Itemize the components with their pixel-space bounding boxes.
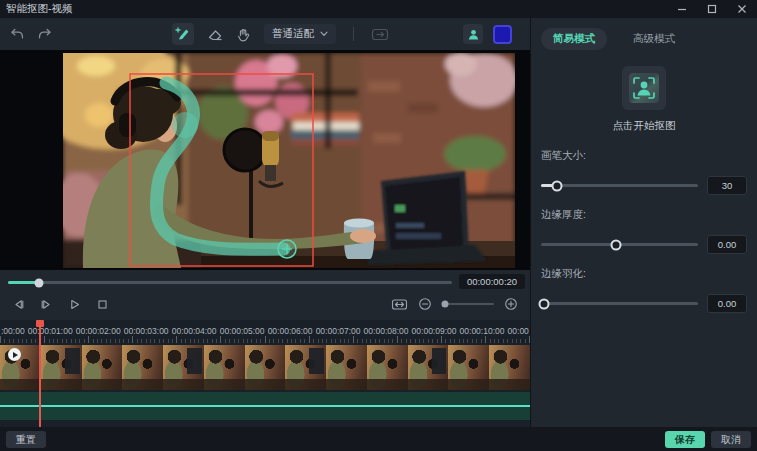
edge-feather-label: 边缘羽化: (541, 267, 747, 281)
window-title: 智能抠图-视频 (6, 2, 73, 16)
timecode-display: 00:00:00:20 (459, 274, 525, 289)
start-cutout-section: 点击开始抠图 (531, 66, 757, 133)
start-cutout-label: 点击开始抠图 (613, 119, 676, 133)
editor-column: 普通适配 (0, 18, 530, 427)
ruler-ticks (0, 336, 530, 343)
selection-mode-dropdown[interactable]: 普通适配 (264, 24, 336, 44)
ruler-label: 00:00:04:00 (172, 326, 217, 336)
edge-feather-value[interactable]: 0.00 (707, 294, 747, 313)
video-thumbnail (122, 345, 163, 390)
ruler-label: 00:00:08:00 (364, 326, 409, 336)
tab-advanced-mode[interactable]: 高级模式 (621, 28, 687, 50)
video-preview[interactable] (63, 53, 515, 268)
undo-icon[interactable] (10, 28, 24, 40)
timeline: :00:00 00:00:01:00 00:00:02:00 00:00:03:… (0, 320, 530, 427)
mask-color-swatch[interactable] (493, 25, 512, 44)
toolbar-divider (353, 27, 354, 41)
fit-timeline-icon[interactable] (391, 298, 408, 311)
zoom-in-icon[interactable] (504, 297, 518, 311)
previous-frame-icon[interactable] (12, 298, 25, 311)
timeline-playhead[interactable] (39, 320, 41, 427)
save-button[interactable]: 保存 (665, 431, 705, 448)
timeline-ruler[interactable]: :00:00 00:00:01:00 00:00:02:00 00:00:03:… (0, 320, 530, 336)
ruler-label: 00:00:03:00 (124, 326, 169, 336)
edge-thickness-slider[interactable] (541, 243, 698, 246)
brush-size-handle[interactable] (551, 180, 562, 191)
window-controls (667, 0, 757, 18)
edge-thickness-handle[interactable] (611, 239, 622, 250)
brush-size-label: 画笔大小: (541, 149, 747, 163)
video-thumbnail (41, 345, 82, 390)
transport-controls (0, 293, 530, 320)
toolbar: 普通适配 (0, 18, 530, 50)
edge-thickness-label: 边缘厚度: (541, 208, 747, 222)
start-cutout-button[interactable] (622, 66, 666, 110)
video-thumbnail (245, 345, 286, 390)
ruler-label: 00:00:01:00 (28, 326, 73, 336)
brush-size-value[interactable]: 30 (707, 176, 747, 195)
portrait-cutout-icon (629, 73, 659, 103)
smart-cutout-window: 智能抠图-视频 普通适配 (0, 0, 757, 451)
redo-icon[interactable] (38, 28, 52, 40)
stop-icon[interactable] (96, 298, 109, 311)
video-thumbnail (448, 345, 489, 390)
timeline-zoom-handle[interactable] (442, 301, 449, 308)
chevron-down-icon (320, 31, 328, 37)
eraser-tool-icon[interactable] (207, 27, 223, 42)
smart-brush-tool-active[interactable] (172, 23, 194, 45)
minimize-icon[interactable] (667, 0, 697, 18)
video-preview-stage (0, 50, 530, 270)
edge-feather-handle[interactable] (539, 298, 550, 309)
titlebar: 智能抠图-视频 (0, 0, 757, 18)
footer-bar: 重置 保存 取消 (0, 427, 757, 451)
close-icon[interactable] (727, 0, 757, 18)
edge-feather-slider[interactable] (541, 302, 698, 305)
video-thumbnail (489, 345, 530, 390)
video-thumbnail (285, 345, 326, 390)
portrait-icon[interactable] (463, 24, 483, 44)
tab-simple-mode[interactable]: 简易模式 (541, 28, 607, 50)
next-frame-icon[interactable] (40, 298, 53, 311)
video-thumbnail (408, 345, 449, 390)
seek-row: 00:00:00:20 (0, 270, 530, 293)
seek-bar[interactable] (8, 281, 452, 284)
brush-size-slider[interactable] (541, 184, 698, 187)
play-icon[interactable] (68, 298, 81, 311)
video-thumbnail (163, 345, 204, 390)
ruler-label: 00:00 (508, 326, 529, 336)
ruler-label: 00:00:05:00 (220, 326, 265, 336)
mode-tabs: 简易模式 高级模式 (531, 18, 757, 50)
ruler-label: 00:00:07:00 (316, 326, 361, 336)
ruler-label: :00:00 (1, 326, 25, 336)
adjustment-sliders: 画笔大小: 30 边缘厚度: 0.00 (531, 149, 757, 313)
video-thumbnail (326, 345, 367, 390)
video-track[interactable] (0, 345, 530, 390)
reset-button[interactable]: 重置 (6, 431, 46, 448)
ruler-label: 00:00:10:00 (460, 326, 505, 336)
mask-track[interactable] (0, 392, 530, 420)
mask-track-upper (0, 392, 530, 405)
cancel-button[interactable]: 取消 (711, 431, 751, 448)
add-selection-button[interactable] (278, 240, 296, 258)
seek-handle[interactable] (35, 278, 44, 287)
maximize-icon[interactable] (697, 0, 727, 18)
hand-tool-icon[interactable] (236, 27, 251, 42)
video-thumbnail (367, 345, 408, 390)
settings-panel: 简易模式 高级模式 点击开始抠图 画笔大小: (530, 18, 757, 427)
compare-icon[interactable] (371, 27, 389, 42)
video-preview-scene (63, 53, 515, 268)
edge-thickness-value[interactable]: 0.00 (707, 235, 747, 254)
video-thumbnail (204, 345, 245, 390)
ruler-label: 00:00:09:00 (412, 326, 457, 336)
video-thumbnail (82, 345, 123, 390)
ruler-label: 00:00:02:00 (76, 326, 121, 336)
selection-mode-label: 普通适配 (272, 27, 314, 41)
mask-track-lower (0, 407, 530, 420)
clip-play-badge-icon (8, 348, 21, 361)
ruler-label: 00:00:06:00 (268, 326, 313, 336)
timeline-zoom-slider[interactable] (442, 303, 494, 305)
zoom-out-icon[interactable] (418, 297, 432, 311)
